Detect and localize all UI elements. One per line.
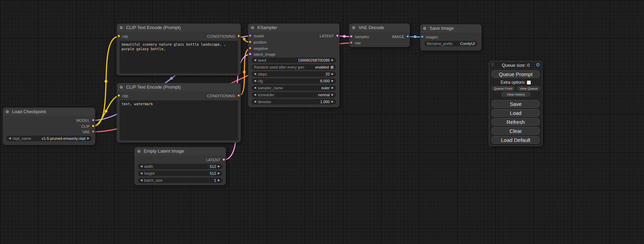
node-empty-latent-image[interactable]: Empty Latent Image LATENT ◀ width 512 ▶ …	[134, 147, 226, 185]
node-graph-canvas[interactable]: Load Checkpoint MODEL CLIP VAE ◀ ckpt_na…	[0, 0, 644, 244]
queue-prompt-button[interactable]: Queue Prompt	[492, 70, 540, 78]
load-default-button[interactable]: Load Default	[492, 136, 540, 144]
widget-denoise[interactable]: ◀ denoise 1.000 ▶	[252, 99, 336, 105]
input-port-clip[interactable]	[117, 35, 120, 37]
node-title: Empty Latent Image	[144, 148, 184, 154]
widget-width[interactable]: ◀ width 512 ▶	[138, 164, 222, 169]
drag-handle-icon[interactable]: ⠿	[491, 63, 494, 67]
queue-front-button[interactable]: Queue Front	[492, 86, 515, 91]
collapse-dot-icon[interactable]	[120, 85, 123, 89]
node-ksampler[interactable]: KSampler model positive negative latent_…	[248, 24, 339, 107]
input-label-clip: clip	[122, 34, 128, 39]
load-button[interactable]: Load	[492, 109, 540, 117]
input-port-latent-image[interactable]	[249, 53, 252, 55]
input-port-vae[interactable]	[350, 41, 353, 44]
extra-options-checkbox[interactable]	[527, 81, 531, 84]
node-title-bar[interactable]: VAE Decode	[349, 24, 410, 32]
output-label-conditioning: CONDITIONING	[207, 34, 235, 39]
next-value-icon[interactable]: ▶	[218, 164, 220, 169]
node-title-bar[interactable]: CLIP Text Encode (Prompt)	[117, 24, 241, 32]
widget-batch-size[interactable]: ◀ batch_size 1 ▶	[138, 178, 222, 183]
prev-value-icon[interactable]: ◀	[254, 92, 256, 98]
widget-label: filename_prefix	[427, 42, 453, 46]
node-title-bar[interactable]: Empty Latent Image	[134, 147, 226, 155]
collapse-dot-icon[interactable]	[251, 26, 254, 29]
node-title-bar[interactable]: Save Image	[420, 24, 482, 33]
node-clip-text-encode-negative[interactable]: CLIP Text Encode (Prompt) clip CONDITION…	[117, 83, 241, 143]
next-value-icon[interactable]: ▶	[332, 85, 334, 91]
prev-value-icon[interactable]: ◀	[254, 78, 256, 84]
prev-value-icon[interactable]: ◀	[254, 99, 256, 105]
input-port-negative[interactable]	[249, 47, 252, 49]
view-queue-button[interactable]: View Queue	[517, 86, 540, 91]
output-port-model[interactable]	[92, 119, 95, 121]
output-label-image: IMAGE	[392, 34, 404, 39]
prev-value-icon[interactable]: ◀	[140, 171, 142, 176]
node-title-bar[interactable]: KSampler	[248, 24, 339, 32]
collapse-dot-icon[interactable]	[6, 110, 9, 114]
prompt-textarea[interactable]: beautiful scenery nature glass bottle la…	[120, 41, 238, 73]
widget-seed[interactable]: ◀ seed 156680208700286 ▶	[252, 57, 336, 63]
widget-cfg[interactable]: ◀ cfg 8.000 ▶	[252, 78, 336, 84]
collapse-dot-icon[interactable]	[120, 26, 123, 29]
next-value-icon[interactable]: ▶	[332, 78, 334, 84]
save-button[interactable]: Save	[492, 100, 540, 108]
output-port-conditioning[interactable]	[237, 94, 240, 97]
next-value-icon[interactable]: ▶	[332, 57, 334, 63]
node-title: Load Checkpoint	[12, 109, 46, 114]
node-save-image[interactable]: Save Image images filename_prefix ComfyU…	[420, 24, 482, 51]
input-port-model[interactable]	[249, 34, 252, 37]
link-midpoint-dot	[170, 77, 173, 80]
output-label-model: MODEL	[76, 118, 90, 123]
node-clip-text-encode-positive[interactable]: CLIP Text Encode (Prompt) clip CONDITION…	[117, 24, 241, 75]
widget-steps[interactable]: ◀ steps 20 ▶	[252, 71, 336, 77]
node-title-bar[interactable]: Load Checkpoint	[3, 108, 95, 116]
next-value-icon[interactable]: ▶	[87, 136, 89, 141]
widget-random-seed-toggle[interactable]: Random seed after every gen enabled	[252, 64, 336, 70]
next-value-icon[interactable]: ▶	[332, 92, 334, 98]
node-title-bar[interactable]: CLIP Text Encode (Prompt)	[117, 83, 241, 91]
widget-scheduler[interactable]: ◀ scheduler normal ▶	[252, 92, 336, 98]
input-port-positive[interactable]	[249, 40, 252, 43]
input-port-clip[interactable]	[117, 94, 120, 97]
widget-value: ComfyUI	[455, 42, 475, 46]
settings-gear-icon[interactable]: ⚙	[536, 62, 540, 67]
collapse-dot-icon[interactable]	[352, 26, 355, 29]
output-port-latent[interactable]	[336, 34, 339, 37]
refresh-button[interactable]: Refresh	[492, 118, 540, 126]
widget-sampler-name[interactable]: ◀ sampler_name euler ▶	[252, 85, 336, 91]
next-value-icon[interactable]: ▶	[218, 178, 220, 183]
output-port-vae[interactable]	[92, 130, 95, 133]
prev-value-icon[interactable]: ◀	[140, 164, 142, 169]
node-load-checkpoint[interactable]: Load Checkpoint MODEL CLIP VAE ◀ ckpt_na…	[3, 108, 95, 145]
prev-value-icon[interactable]: ◀	[254, 71, 256, 77]
node-vae-decode[interactable]: VAE Decode samples vae IMAGE	[349, 24, 410, 47]
next-value-icon[interactable]: ▶	[332, 71, 334, 77]
widget-label: height	[144, 171, 155, 175]
next-value-icon[interactable]: ▶	[332, 99, 334, 105]
collapse-dot-icon[interactable]	[423, 27, 426, 30]
prev-value-icon[interactable]: ◀	[254, 57, 256, 63]
toggle-dot-icon[interactable]	[330, 66, 334, 69]
prompt-textarea[interactable]: text, watermark	[120, 100, 238, 141]
next-value-icon[interactable]: ▶	[218, 171, 220, 176]
output-port-image[interactable]	[406, 35, 409, 38]
view-history-button[interactable]: View History	[501, 92, 530, 97]
input-port-samples[interactable]	[350, 35, 353, 38]
widget-ckpt-name[interactable]: ◀ ckpt_name v1-5-pruned-emaonly.ckpt ▶	[6, 136, 92, 141]
link-midpoint-dot	[343, 35, 346, 38]
widget-filename-prefix[interactable]: filename_prefix ComfyUI	[424, 41, 477, 46]
output-label-vae: VAE	[82, 129, 90, 134]
clear-button[interactable]: Clear	[492, 127, 540, 135]
extra-options-row: Extra options	[489, 80, 542, 85]
output-port-clip[interactable]	[92, 125, 95, 127]
input-port-images[interactable]	[421, 35, 424, 38]
output-port-conditioning[interactable]	[237, 35, 240, 37]
widget-height[interactable]: ◀ height 512 ▶	[138, 171, 222, 176]
collapse-dot-icon[interactable]	[137, 150, 141, 153]
prev-value-icon[interactable]: ◀	[140, 178, 142, 183]
link-midpoint-dot	[414, 35, 416, 38]
prev-value-icon[interactable]: ◀	[254, 85, 256, 91]
output-port-latent[interactable]	[222, 158, 225, 161]
prev-value-icon[interactable]: ◀	[9, 136, 11, 141]
